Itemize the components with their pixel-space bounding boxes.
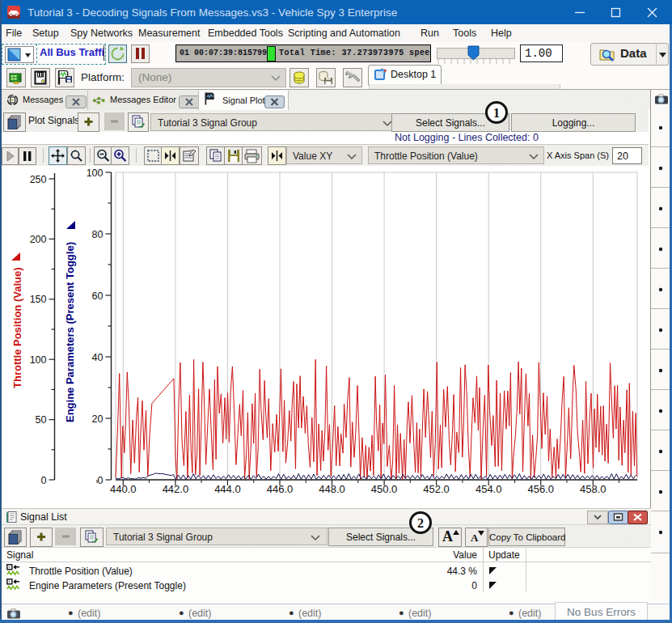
svg-text:200: 200 [30, 234, 47, 245]
svg-text:448.0: 448.0 [319, 483, 345, 495]
svg-text:20: 20 [92, 413, 104, 425]
svg-text:150: 150 [30, 294, 47, 305]
svg-text:60: 60 [92, 290, 104, 302]
svg-text:446.0: 446.0 [267, 483, 294, 495]
svg-text:458.0: 458.0 [580, 483, 606, 495]
svg-text:40: 40 [92, 352, 104, 363]
svg-text:100: 100 [87, 167, 104, 179]
svg-text:250: 250 [30, 174, 47, 185]
svg-text:456.0: 456.0 [527, 483, 554, 495]
svg-text:0: 0 [41, 475, 47, 486]
svg-text:100: 100 [30, 354, 47, 366]
svg-text:454.0: 454.0 [475, 483, 502, 495]
svg-text:440.0: 440.0 [110, 483, 137, 495]
svg-text:450.0: 450.0 [371, 483, 398, 495]
svg-text:0: 0 [98, 475, 104, 486]
svg-text:442.0: 442.0 [163, 483, 189, 495]
svg-text:50: 50 [36, 414, 47, 426]
svg-text:444.0: 444.0 [214, 483, 241, 495]
svg-text:80: 80 [92, 229, 104, 240]
svg-text:452.0: 452.0 [423, 483, 450, 495]
